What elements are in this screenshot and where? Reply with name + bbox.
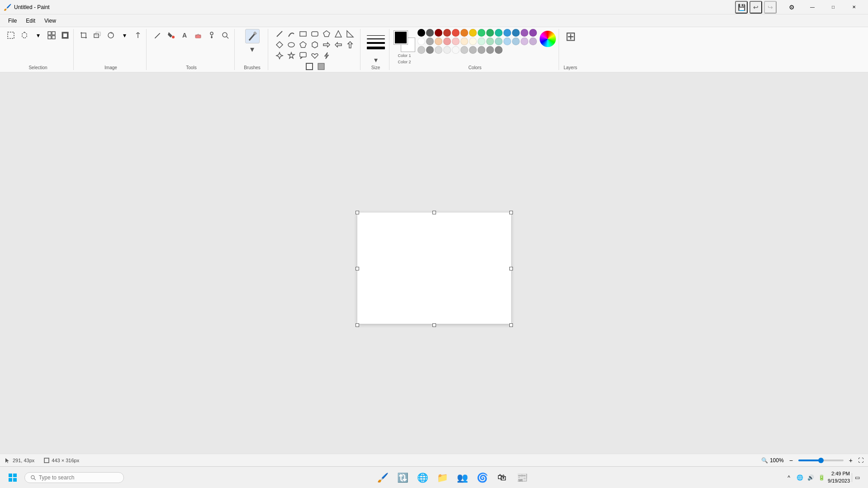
- shape-arrow-up[interactable]: [345, 40, 355, 50]
- shape-arrow-left[interactable]: [333, 40, 343, 50]
- tray-volume-icon[interactable]: 🔊: [806, 473, 815, 482]
- size-1[interactable]: [367, 35, 385, 36]
- maximize-btn[interactable]: □: [823, 0, 844, 14]
- zoom-tool-btn[interactable]: [219, 29, 232, 42]
- size-4[interactable]: [367, 47, 385, 49]
- select-dropdown-btn[interactable]: ▾: [32, 29, 44, 42]
- shape-lightning[interactable]: [322, 51, 332, 61]
- palette-color[interactable]: [452, 38, 460, 45]
- shape-hexagon[interactable]: [310, 40, 320, 50]
- size-3[interactable]: [367, 42, 385, 44]
- menu-edit[interactable]: Edit: [21, 16, 40, 26]
- undo-button[interactable]: ↩: [749, 1, 762, 14]
- palette-color[interactable]: [452, 46, 460, 54]
- palette-color[interactable]: [478, 46, 485, 54]
- color1-swatch[interactable]: [394, 31, 408, 44]
- palette-color[interactable]: [478, 29, 485, 37]
- show-desktop-btn[interactable]: ▭: [852, 473, 861, 482]
- shape-pentagon[interactable]: [298, 40, 308, 50]
- shapes-outline-btn[interactable]: [304, 62, 314, 71]
- taskbar-search-bar[interactable]: [24, 472, 124, 483]
- palette-color[interactable]: [443, 46, 451, 54]
- pencil-btn[interactable]: [151, 29, 164, 42]
- zoom-out-btn[interactable]: −: [789, 457, 793, 464]
- shape-star5[interactable]: [286, 51, 296, 61]
- palette-color[interactable]: [417, 29, 425, 37]
- palette-color[interactable]: [460, 38, 468, 45]
- palette-color[interactable]: [478, 38, 485, 45]
- palette-color[interactable]: [426, 38, 434, 45]
- shape-triangle[interactable]: [333, 29, 343, 39]
- palette-color[interactable]: [529, 38, 537, 45]
- settings-btn[interactable]: ⚙: [781, 0, 802, 14]
- resize-handle-bl[interactable]: [356, 323, 359, 327]
- tray-chevron-btn[interactable]: ^: [784, 473, 793, 482]
- fill-btn[interactable]: [165, 29, 177, 42]
- color-picker-btn[interactable]: [205, 29, 218, 42]
- resize-handle-tr[interactable]: [509, 210, 513, 214]
- select-all-btn[interactable]: [45, 29, 58, 42]
- select-freeform-btn[interactable]: [18, 29, 31, 42]
- shape-polygon[interactable]: [322, 29, 332, 39]
- shape-callout[interactable]: [298, 51, 308, 61]
- palette-color[interactable]: [417, 38, 425, 45]
- edit-colors-btn[interactable]: [540, 31, 556, 47]
- zoom-thumb[interactable]: [818, 458, 824, 463]
- search-input[interactable]: [39, 474, 118, 481]
- size-2[interactable]: [367, 38, 385, 39]
- shape-star4[interactable]: [275, 51, 285, 61]
- palette-color[interactable]: [495, 46, 503, 54]
- brush-selected[interactable]: [245, 29, 260, 43]
- canvas-area[interactable]: [0, 72, 868, 454]
- palette-color[interactable]: [521, 29, 528, 37]
- palette-color[interactable]: [435, 38, 442, 45]
- image-dropdown-btn[interactable]: ▾: [118, 29, 131, 42]
- select-rectangle-btn[interactable]: [5, 29, 17, 42]
- palette-color[interactable]: [503, 29, 511, 37]
- taskbar-app-news[interactable]: 📰: [513, 469, 531, 487]
- taskbar-app-teams[interactable]: 👥: [453, 469, 471, 487]
- paint-canvas[interactable]: [357, 212, 511, 323]
- resize-handle-tm[interactable]: [432, 210, 436, 214]
- palette-color[interactable]: [460, 29, 468, 37]
- tray-network-icon[interactable]: 🌐: [795, 473, 804, 482]
- palette-color[interactable]: [426, 46, 434, 54]
- shape-rect[interactable]: [298, 29, 308, 39]
- zoom-slider[interactable]: [798, 460, 844, 461]
- start-button[interactable]: [4, 469, 22, 487]
- palette-color[interactable]: [426, 29, 434, 37]
- resize-handle-br[interactable]: [509, 323, 513, 327]
- close-btn[interactable]: ✕: [844, 0, 864, 14]
- crop-btn[interactable]: [77, 29, 90, 42]
- palette-color[interactable]: [443, 38, 451, 45]
- palette-color[interactable]: [529, 29, 537, 37]
- palette-color[interactable]: [452, 29, 460, 37]
- shape-roundrect[interactable]: [310, 29, 320, 39]
- redo-button[interactable]: ↪: [764, 1, 777, 14]
- layers-btn[interactable]: ⊞: [565, 29, 576, 44]
- menu-file[interactable]: File: [4, 16, 21, 26]
- minimize-btn[interactable]: —: [802, 0, 823, 14]
- shape-arrow-right[interactable]: [322, 40, 332, 50]
- zoom-in-btn[interactable]: +: [849, 457, 853, 464]
- resize-handle-ml[interactable]: [356, 267, 359, 270]
- palette-color[interactable]: [460, 46, 468, 54]
- resize-handle-mr[interactable]: [509, 267, 513, 270]
- fit-screen-btn[interactable]: ⛶: [858, 457, 863, 464]
- palette-color[interactable]: [486, 38, 494, 45]
- size-dropdown-btn[interactable]: ▾: [374, 56, 378, 64]
- eraser-btn[interactable]: [192, 29, 204, 42]
- palette-color[interactable]: [443, 29, 451, 37]
- taskbar-app-paint[interactable]: 🖌️: [374, 469, 392, 487]
- resize-btn[interactable]: [91, 29, 104, 42]
- resize-handle-tl[interactable]: [356, 210, 359, 214]
- palette-color[interactable]: [503, 38, 511, 45]
- palette-color[interactable]: [469, 46, 477, 54]
- palette-color[interactable]: [495, 29, 503, 37]
- palette-color[interactable]: [435, 46, 442, 54]
- resize-handle-bm[interactable]: [432, 323, 436, 327]
- taskbar-app-store[interactable]: 🛍: [493, 469, 511, 487]
- palette-color[interactable]: [486, 29, 494, 37]
- palette-color[interactable]: [512, 29, 520, 37]
- taskbar-app-refresh[interactable]: 🔃: [394, 469, 412, 487]
